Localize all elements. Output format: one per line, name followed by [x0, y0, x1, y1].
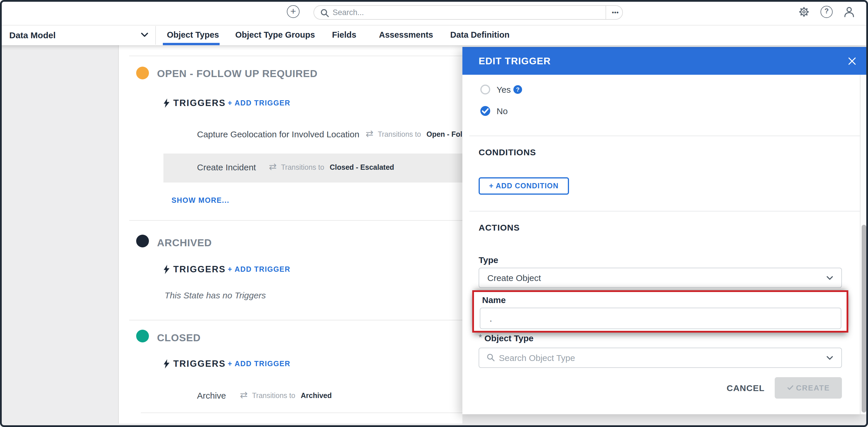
type-select-value: Create Object	[487, 268, 541, 287]
add-condition-button[interactable]: + ADD CONDITION	[478, 177, 569, 195]
add-trigger-button[interactable]: + ADD TRIGGER	[228, 265, 290, 273]
modal-title: EDIT TRIGGER	[478, 47, 551, 75]
transitions-icon: ⇄	[240, 389, 248, 400]
app-header: + Search... ••• ? Data Mod	[0, 0, 868, 45]
transition-target: Archived	[301, 392, 332, 400]
state-color-dot	[136, 235, 149, 247]
check-icon	[787, 384, 794, 391]
transition-target: Closed - Escalated	[330, 163, 394, 172]
triggers-label: TRIGGERS	[173, 359, 226, 369]
cancel-button[interactable]: CANCEL	[726, 377, 760, 399]
type-select[interactable]: Create Object	[478, 268, 842, 288]
chevron-down-icon	[826, 276, 833, 280]
radio-no-label: No	[497, 106, 507, 116]
global-search[interactable]: Search... •••	[313, 5, 623, 20]
plus-icon: +	[228, 360, 232, 368]
state-color-dot	[136, 67, 149, 80]
scrollbar-thumb[interactable]	[861, 225, 866, 413]
tab-assessments[interactable]: Assessments	[379, 25, 433, 45]
check-icon	[480, 106, 490, 116]
modal-header: EDIT TRIGGER	[462, 47, 866, 75]
more-options-icon[interactable]: •••	[612, 6, 619, 19]
triggers-label: TRIGGERS	[173, 264, 226, 275]
tab-object-type-groups[interactable]: Object Type Groups	[235, 25, 315, 45]
conditions-section-label: CONDITIONS	[478, 147, 536, 157]
tab-data-definition[interactable]: Data Definition	[450, 25, 509, 45]
type-field-label: Type	[478, 255, 498, 265]
object-type-placeholder: Search Object Type	[499, 348, 575, 367]
search-icon	[487, 354, 495, 362]
trigger-name: Archive	[197, 391, 226, 400]
radio-yes[interactable]	[480, 85, 490, 94]
annotation-highlight-box	[472, 290, 848, 333]
chevron-down-icon	[141, 32, 148, 38]
triggers-label: TRIGGERS	[173, 98, 226, 108]
state-name: CLOSED	[157, 332, 201, 344]
search-icon	[320, 9, 329, 18]
help-icon[interactable]: ?	[820, 6, 833, 18]
required-asterisk: *	[478, 332, 482, 342]
show-more-link[interactable]: SHOW MORE...	[172, 196, 229, 205]
state-name: OPEN - FOLLOW UP REQUIRED	[157, 68, 317, 80]
lightning-bolt-icon	[163, 98, 170, 108]
modal-backdrop-strip	[462, 414, 866, 425]
transitions-to-label: Transitions to	[378, 130, 421, 139]
transitions-icon: ⇄	[366, 128, 373, 139]
plus-icon: +	[489, 182, 494, 190]
no-triggers-note: This State has no Triggers	[164, 290, 266, 300]
state-name: ARCHIVED	[157, 237, 212, 249]
scrollbar-track[interactable]	[860, 75, 866, 414]
divider	[469, 211, 860, 211]
lightning-bolt-icon	[163, 359, 170, 368]
user-profile-icon[interactable]	[843, 6, 855, 18]
data-model-dropdown[interactable]: Data Model	[9, 25, 56, 45]
add-trigger-button[interactable]: + ADD TRIGGER	[228, 360, 290, 368]
actions-section-label: ACTIONS	[478, 222, 520, 232]
active-tab-underline	[163, 43, 220, 45]
transitions-to-label: Transitions to	[281, 163, 324, 172]
settings-gear-icon[interactable]	[798, 6, 810, 18]
create-button[interactable]: CREATE	[775, 377, 842, 399]
add-trigger-button[interactable]: + ADD TRIGGER	[228, 99, 290, 107]
app-window: OPEN - FOLLOW UP REQUIRED TRIGGERS + ADD…	[0, 0, 868, 427]
help-badge-icon[interactable]: ?	[514, 85, 522, 94]
chevron-down-icon	[826, 356, 833, 360]
trigger-name: Capture Geolocation for Involved Locatio…	[197, 129, 359, 139]
divider	[0, 25, 868, 26]
divider	[155, 26, 156, 44]
add-new-icon[interactable]: +	[287, 5, 300, 18]
transitions-icon: ⇄	[269, 161, 277, 172]
state-color-dot	[136, 330, 149, 342]
edit-trigger-modal: EDIT TRIGGER Yes ? No CONDITIONS + ADD C…	[462, 47, 866, 414]
radio-yes-label: Yes	[497, 85, 511, 94]
search-placeholder: Search...	[333, 6, 364, 19]
tab-object-types[interactable]: Object Types	[167, 25, 219, 45]
divider	[469, 135, 860, 136]
transitions-to-label: Transitions to	[252, 392, 295, 400]
radio-no[interactable]	[480, 106, 490, 116]
plus-icon: +	[228, 265, 232, 273]
tab-fields[interactable]: Fields	[332, 25, 356, 45]
plus-icon: +	[228, 99, 232, 107]
object-type-select[interactable]: Search Object Type	[478, 347, 842, 368]
lightning-bolt-icon	[163, 265, 170, 274]
divider	[606, 6, 606, 19]
trigger-name: Create Incident	[197, 162, 256, 172]
close-icon[interactable]	[848, 57, 857, 65]
object-type-field-label: Object Type	[485, 333, 534, 343]
